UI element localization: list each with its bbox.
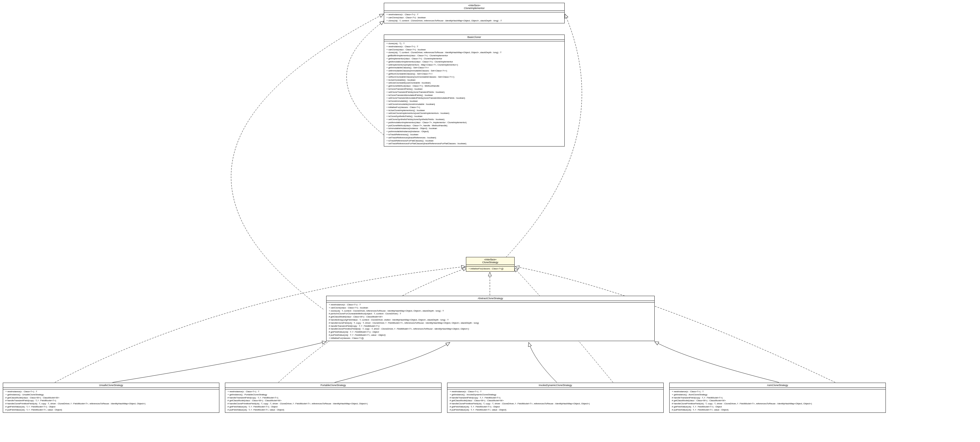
operation: # handleTransientField(copy : T, f : Fie… <box>450 396 661 399</box>
operation: + putImmutableInstance(instance : Object… <box>387 130 562 133</box>
stereotype: «interface» <box>387 4 562 7</box>
operation: + setImplementors(implementors : Map<Cla… <box>387 64 562 67</box>
operation: + canClone(clazz : Class<?>) : boolean <box>387 48 562 51</box>
operation: # handleClonePrimitiveField(obj : T, cop… <box>228 402 439 405</box>
operation: # getClassModel(clazz : Class<W>) : Clas… <box>672 399 883 402</box>
operation: + setCloneTransientAnnotatedFields(clone… <box>387 97 562 100</box>
operation: # handleTransientField(copy : T, f : Fie… <box>228 396 439 399</box>
operation: + setTrackReferences(trackReferences : b… <box>387 137 562 140</box>
operation: + getInstance() : AsmCloneStrategy <box>672 393 883 396</box>
operation: + clone(obj : T, context : CloneDriver, … <box>329 310 652 313</box>
operation: + isTrackReferences() : boolean <box>387 133 562 137</box>
operation: # getFieldValue(obj : T, f : FieldModel<… <box>5 405 217 409</box>
operation: + setUseCloneable(useCloneable : boolean… <box>387 81 562 84</box>
operation: + isTrackReferencesForFlatClasses() : bo… <box>387 140 562 143</box>
operation: + newInstance(c : Class<T>) : T <box>387 13 562 16</box>
operation: + clone(obj : T, context : CloneDriver, … <box>387 19 562 22</box>
operation: + clone(obj : T) : T <box>387 42 562 45</box>
operation: # putFieldValue(obj : T, f : FieldModel<… <box>672 409 883 412</box>
operation: + canClone(clazz : Class<?>) : boolean <box>329 307 652 310</box>
operation: + setUseCloneImplementors(useCloneImplem… <box>387 112 562 115</box>
operation: # getClassModel(clazz : Class<W>) : Clas… <box>450 399 661 402</box>
operation: + getImmutableClasses() : Set<Class<?>> <box>387 66 562 70</box>
operation: # getFieldValue(obj : T, f : FieldModel<… <box>228 405 439 409</box>
operation: + newInstance(c : Class<T>) : T <box>329 304 652 307</box>
operation: + initialiseFor(classes : Class<?>[]) <box>468 267 512 270</box>
operation: # getFieldValue(obj : T, f : FieldModel<… <box>329 331 652 334</box>
operation: + putCloneMethod(clazz : Class<?>, handl… <box>387 124 562 127</box>
operation: # putFieldValue(obj : T, f : FieldModel<… <box>5 409 217 412</box>
operation: # performCloneForCloneableMethod(object … <box>329 312 652 315</box>
operation: # handleClonePrimitiveField(obj : T, cop… <box>329 328 652 331</box>
operation: + setCloneImmutable(cloneImmutable : boo… <box>387 103 562 106</box>
operation: + isUseCloneImplementors() : boolean <box>387 109 562 112</box>
class-name: AbstractCloneStrategy <box>329 297 652 300</box>
operation: # getFieldValue(obj : T, f : FieldModel<… <box>450 405 661 409</box>
operation: + isCloneTransientAnnotatedFields() : bo… <box>387 94 562 97</box>
operation: + initialiseFor(classes : Class<?>[]) <box>329 337 652 340</box>
class-clone-strategy: «interface» CloneStrategy + initialiseFo… <box>466 257 515 272</box>
operation: # handleArray(origFieldValue : T, contex… <box>329 318 652 322</box>
class-name: InvokeDynamicCloneStrategy <box>450 384 661 386</box>
operation: # handleClonePrimitiveField(obj : T, cop… <box>450 402 661 405</box>
stereotype: «interface» <box>468 258 512 261</box>
operation: # putFieldValue(obj : T, f : FieldModel<… <box>228 409 439 412</box>
operation: + getAnnotationImplementor(clazz : Class… <box>387 60 562 64</box>
operation: # putFieldValue(obj : T, f : FieldModel<… <box>329 334 652 337</box>
operation: + putAnnotationImplementor(clazz : Class… <box>387 121 562 124</box>
class-unsafe-clone-strategy: UnsafeCloneStrategy + newInstance(c : Cl… <box>3 383 220 413</box>
operation: # getClassModel(clazz : Class<W>) : Clas… <box>329 315 652 318</box>
operation: + setCloneTransientFields(cloneTransient… <box>387 91 562 94</box>
operation: + getInstance() : InvokeDynamicCloneStra… <box>450 393 661 396</box>
class-name: CloneImplementor <box>387 7 562 10</box>
class-name: CloneStrategy <box>468 261 512 264</box>
operation: + getInstance() : UnsafeCloneStrategy <box>5 393 217 396</box>
operation: # handleClonePrimitiveField(obj : T, cop… <box>5 402 217 405</box>
operation: + isCloneSyntheticFields() : boolean <box>387 115 562 118</box>
class-asm-clone-strategy: AsmCloneStrategy + newInstance(c : Class… <box>669 383 886 413</box>
operation: + isImmutableInstance(instance : Object)… <box>387 127 562 130</box>
class-portable-clone-strategy: PortableCloneStrategy + newInstance(c : … <box>225 383 441 413</box>
operation: # getClassModel(clazz : Class<W>) : Clas… <box>228 399 439 402</box>
operation: + isUseCloneable() : boolean <box>387 79 562 82</box>
operation: # handleClonePrimitiveField(obj : T, cop… <box>672 402 883 405</box>
class-name: BasicCloner <box>387 36 562 38</box>
operation: + clone(obj : T, context : CloneDriver, … <box>387 51 562 54</box>
class-name: AsmCloneStrategy <box>672 384 883 386</box>
operation: + newInstance(c : Class<T>) : T <box>387 45 562 48</box>
operation: # getClassModel(clazz : Class<W>) : Clas… <box>5 396 217 399</box>
operation: + getInstance() : PortableCloneStrategy <box>228 393 439 396</box>
operation: + setImmutableClasses(immutableClasses :… <box>387 70 562 73</box>
operation: + getCloneMethod(clazz : Class<?>) : Met… <box>387 84 562 88</box>
operation: # handleTransientField(copy : T, f : Fie… <box>5 399 217 402</box>
class-name: PortableCloneStrategy <box>228 384 439 386</box>
operation: # getFieldValue(obj : T, f : FieldModel<… <box>672 405 883 409</box>
operation: + isCloneImmutable() : boolean <box>387 100 562 103</box>
class-clone-implementor: «interface» CloneImplementor + newInstan… <box>384 3 565 23</box>
class-basic-cloner: BasicCloner + clone(obj : T) : T+ newIns… <box>384 35 565 146</box>
operation: + newInstance(c : Class<T>) : T <box>672 390 883 393</box>
class-invoke-dynamic-clone-strategy: InvokeDynamicCloneStrategy + newInstance… <box>447 383 663 413</box>
operation: + newInstance(c : Class<T>) : T <box>450 390 661 393</box>
operation: + setCloneSyntheticFields(cloneSynthetic… <box>387 118 562 121</box>
operation: + initialiseFor(classes : Class<?>) <box>387 106 562 109</box>
operation: + canClone(clazz : Class<?>) : boolean <box>387 16 562 19</box>
operation: + newInstance(c : Class<T>) : T <box>5 390 217 393</box>
operation: + newInstance(c : Class<T>) : T <box>228 390 439 393</box>
operation: # putFieldValue(obj : T, f : FieldModel<… <box>450 409 661 412</box>
operation: + setTrackReferencesForFlatClasses(track… <box>387 142 562 145</box>
operation: # handleCloneField(obj : T, copy : T, dr… <box>329 322 652 325</box>
class-abstract-clone-strategy: AbstractCloneStrategy + newInstance(c : … <box>326 296 655 341</box>
operation: + getImplementor(clazz : Class<?>) : Clo… <box>387 57 562 60</box>
operation: + getNonCloneableClasses() : Set<Class<?… <box>387 73 562 76</box>
operation: + setNonCloneableClasses(nonCloneableCla… <box>387 76 562 79</box>
operation: # handleTransientField(copy : T, f : Fie… <box>672 396 883 399</box>
operation: # handleTransientField(copy : T, f : Fie… <box>329 325 652 328</box>
operation: + isCloneTransientFields() : boolean <box>387 88 562 91</box>
class-name: UnsafeCloneStrategy <box>5 384 217 386</box>
operation: - getBuiltInImplementor(clazz : Class<?>… <box>387 54 562 57</box>
